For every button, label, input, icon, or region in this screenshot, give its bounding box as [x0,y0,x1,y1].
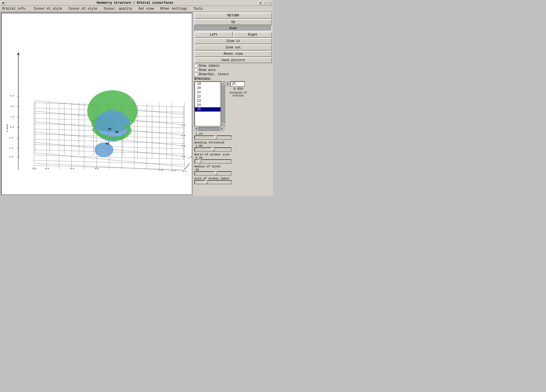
ratio-atomic-container: Ratio of atomic size 0.20 [194,153,272,164]
y-tick-0: 0.0 [182,170,186,172]
scroll-track [221,85,225,122]
menu-orbital-info[interactable]: Orbital info. [1,7,28,11]
size-atomic-label-label: Size of atomic label [194,177,272,180]
orbitals-section: Orbitals: 19 20 21 22 23 24 25 ▲ ▼ [194,77,225,126]
bonding-threshold-container: Bonding threshold 1.00 [194,141,272,152]
menu-tools[interactable]: Tools [192,7,204,11]
bonding-threshold-label: Bonding threshold [194,141,272,144]
z-tick-2: 2.0 [10,116,14,118]
isovalue-input[interactable] [230,81,245,87]
orbital-item-19[interactable]: 19 [195,82,220,86]
up-button[interactable]: Up [194,19,272,25]
nav-section: RETURN Up Down Left Right Zoom in Zoom o… [194,13,272,63]
canvas-area: 6.0 4.0 2.0 0.0 -2.0 -4.0 -6.0 Z-axis -6… [1,13,192,195]
orbitals-list[interactable]: 19 20 21 22 23 24 25 [194,81,221,126]
show-labels-checkbox[interactable] [194,64,198,67]
show-sel-isosur-checkbox[interactable] [194,73,198,76]
bonding-threshold-value: 1.00 [195,144,272,147]
right-panel: RETURN Up Down Left Right Zoom in Zoom o… [193,12,273,196]
main-content: 6.0 4.0 2.0 0.0 -2.0 -4.0 -6.0 Z-axis -6… [0,12,273,196]
blue-isosurface-small [95,143,113,157]
h-scroll-right[interactable]: ► [220,127,224,131]
z-tick-n2: -2.0 [8,137,13,139]
scroll-down-arrow[interactable]: ▼ [221,122,225,126]
show-labels-row: Show labels [194,64,272,68]
size-atomic-label-slider[interactable] [194,180,232,184]
scroll-up-arrow[interactable]: ▲ [221,82,225,85]
isovalue-display: 0.050 [226,87,250,91]
orbital-item-22[interactable]: 22 [195,95,220,99]
radius-bonds-label: Radius of bonds [194,165,272,168]
isovalue-section: I 0.050 Isovalue of orbital [226,81,250,97]
size-atomic-label-container: Size of atomic label [194,177,272,184]
close-button[interactable]: ✕ [268,1,272,5]
zoom-out-button[interactable]: Zoom out [194,45,272,50]
right-button[interactable]: Right [233,32,272,38]
atom-label-h3: H3 [106,142,109,145]
z-tick-n6: -6.0 [8,156,13,158]
minimize-button[interactable]: ▲ [258,1,262,5]
atom-label-h2: H2 [116,131,119,134]
menu-isosur2-style[interactable]: Isosur.#2 style [67,7,98,11]
y-tick-8: 8.0 [181,124,185,126]
show-axis-label: Show axis [199,68,216,72]
isosur-slider[interactable] [194,135,232,140]
z-tick-6: 6.0 [10,95,14,97]
orbital-item-24[interactable]: 24 [195,103,220,107]
radius-bonds-slider[interactable] [194,171,232,176]
h-scroll-track [199,127,220,131]
y-tick-4: 4.0 [181,145,185,147]
show-sel-isosur-label: Show+Sel. isosur [199,73,229,76]
save-picture-button[interactable]: Save picture [194,57,272,63]
y-tick-n2: -2.0 [170,169,176,172]
down-button[interactable]: Down [194,25,272,31]
radius-bonds-container: Radius of bonds 58 [194,165,272,176]
orbital-item-23[interactable]: 23 [195,99,220,103]
return-button[interactable]: RETURN [194,13,272,19]
menu-other-settings[interactable]: Other settings [159,7,188,11]
z-axis-label: Z-axis [6,124,9,132]
title-bar: ▣ Geometry structure / Orbital isosurfac… [0,0,273,6]
checkboxes-section: Show labels Show axis Show+Sel. isosur [194,64,272,76]
ratio-atomic-label: Ratio of atomic size [194,153,272,156]
window-icon[interactable]: ▣ [1,1,5,5]
orbitals-isovalue-section: Orbitals: 19 20 21 22 23 24 25 ▲ ▼ [194,77,272,126]
y-tick-2: 2.0 [181,155,185,158]
isosur-slider-container: 1.15 [194,132,272,140]
z-tick-n4: -4.0 [8,147,13,149]
ratio-atomic-value: 0.20 [195,156,272,159]
z-tick-4: 4.0 [10,105,14,108]
show-axis-row: Show axis [194,68,272,72]
reset-view-button[interactable]: Reset view [194,51,272,57]
x-tick-n4: -4.0 [44,167,49,170]
bonding-threshold-slider[interactable] [194,147,232,152]
y-tick-6: 6.0 [181,134,185,137]
radius-bonds-value: 58 [195,168,272,171]
orbital-item-25[interactable]: 25 [195,107,220,112]
h-scroll-left[interactable]: ◄ [194,127,198,131]
window-controls: ▲ — ✕ [258,1,272,5]
menu-set-view[interactable]: Set view [138,7,155,11]
ratio-atomic-slider[interactable] [194,159,232,164]
menu-bar: Orbital info. Isosur.#1 style Isosur.#2 … [0,6,273,12]
atom-label-o1: O1 [108,127,111,131]
orbital-scrollbar[interactable]: ▲ ▼ [221,81,225,126]
menu-isosur-quality[interactable]: Isosur. quality [103,7,133,11]
restore-button[interactable]: — [263,1,267,5]
x-tick-n2: -2.0 [69,167,74,170]
orbital-item-21[interactable]: 21 [195,90,220,95]
orbital-item-20[interactable]: 20 [195,86,220,90]
show-axis-checkbox[interactable] [194,69,198,72]
zoom-in-button[interactable]: Zoom in [194,38,272,44]
x-tick-n6: -6.0 [32,167,37,170]
horizontal-scroll: ◄ ► [194,127,272,131]
x-tick-0: 0.0 [95,167,99,170]
window-title: Geometry structure / Orbital isosurfaces [12,1,258,5]
z-tick-0: 0.0 [10,126,14,128]
left-button[interactable]: Left [194,32,233,38]
show-labels-label: Show labels [199,64,220,68]
y-tick-n4: -4.0 [158,169,163,171]
menu-isosur1-style[interactable]: Isosur.#1 style [32,7,63,11]
orbitals-label: Orbitals: [194,77,225,81]
isosur-value: 1.15 [195,132,272,135]
